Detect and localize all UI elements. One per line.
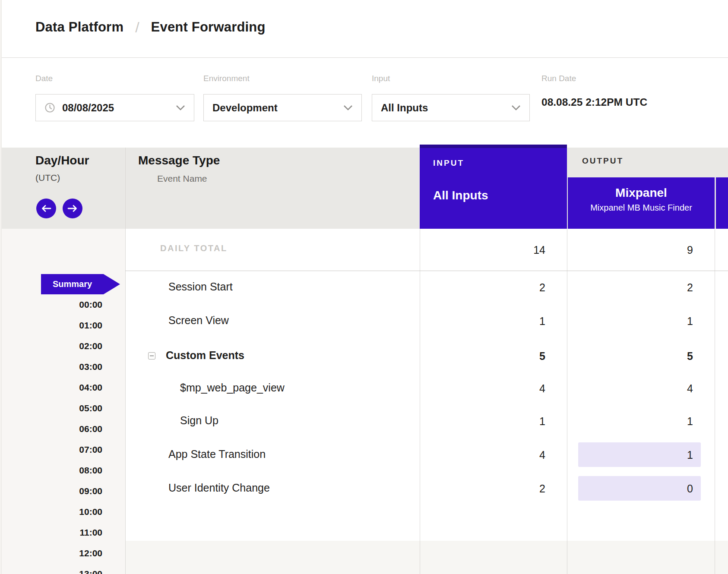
divider <box>125 148 126 574</box>
input-column-accent-strip <box>420 145 567 148</box>
day-hour-title: Day/Hour <box>35 154 89 167</box>
window-edge <box>0 0 2 574</box>
next-output-column-partial[interactable] <box>716 177 728 229</box>
clock-icon <box>44 102 55 113</box>
hour-cell-01[interactable]: 01:00 <box>0 320 102 331</box>
output-value-custom-events: 5 <box>687 350 693 363</box>
breadcrumb-separator: / <box>135 19 139 36</box>
hour-cell-12[interactable]: 12:00 <box>0 548 102 558</box>
daily-total-label: DAILY TOTAL <box>160 243 228 253</box>
page-title: Event Forwarding <box>151 19 266 35</box>
output-column-name: Mixpanel <box>568 186 715 200</box>
divider <box>420 229 420 574</box>
next-day-button[interactable] <box>63 199 82 218</box>
output-value-user-identity-change: 0 <box>687 483 693 495</box>
input-value-screen-view: 1 <box>539 315 545 328</box>
output-value-app-state-transition: 1 <box>687 449 693 461</box>
output-header-label: OUTPUT <box>582 156 624 166</box>
daily-total-input-value: 14 <box>533 244 545 256</box>
run-date-label: Run Date <box>541 74 576 83</box>
input-value: All Inputs <box>381 102 428 114</box>
message-type-title: Message Type <box>138 154 220 167</box>
hour-cell-10[interactable]: 10:00 <box>0 507 102 517</box>
hour-cell-11[interactable]: 11:00 <box>0 527 102 538</box>
environment-label: Environment <box>203 74 250 83</box>
event-name-subtitle: Event Name <box>157 173 207 184</box>
hour-cell-08[interactable]: 08:00 <box>0 465 102 476</box>
date-value: 08/08/2025 <box>62 102 114 114</box>
input-column-name: All Inputs <box>433 189 488 202</box>
input-label: Input <box>372 74 390 83</box>
input-value-custom-events: 5 <box>539 350 545 363</box>
hour-cell-02[interactable]: 02:00 <box>0 341 102 351</box>
output-value-session-start: 2 <box>687 281 693 294</box>
input-value-mp-web-page-view: 4 <box>539 382 545 395</box>
run-date-value: 08.08.25 2:12PM UTC <box>541 96 647 108</box>
input-header-label: INPUT <box>433 158 464 168</box>
hour-cell-07[interactable]: 07:00 <box>0 445 102 455</box>
hour-cell-04[interactable]: 04:00 <box>0 382 102 393</box>
input-dropdown[interactable]: All Inputs <box>372 94 530 121</box>
output-value-screen-view: 1 <box>687 315 693 328</box>
hour-cell-09[interactable]: 09:00 <box>0 486 102 496</box>
chevron-down-icon <box>511 105 521 110</box>
row-label-sign-up: Sign Up <box>180 414 218 427</box>
output-column-header-mixpanel[interactable]: Mixpanel Mixpanel MB Music Finder <box>568 177 715 229</box>
date-label: Date <box>35 74 53 83</box>
row-label-user-identity-change: User Identity Change <box>168 482 270 494</box>
grid-footer-area <box>125 541 728 574</box>
breadcrumb-section[interactable]: Data Platform <box>35 19 123 35</box>
row-label-screen-view: Screen View <box>168 314 229 327</box>
hour-cell-00[interactable]: 00:00 <box>0 300 102 310</box>
daily-total-output-value: 9 <box>687 244 693 256</box>
date-dropdown[interactable]: 08/08/2025 <box>35 94 194 121</box>
chevron-down-icon <box>343 105 353 110</box>
input-column-header[interactable]: INPUT All Inputs <box>420 145 567 229</box>
event-forwarding-page: Data Platform / Event Forwarding Date En… <box>0 0 728 574</box>
divider <box>567 229 567 574</box>
previous-day-button[interactable] <box>36 199 56 218</box>
collapse-minus-icon[interactable] <box>148 352 155 360</box>
environment-value: Development <box>212 102 278 114</box>
breadcrumb-bar: Data Platform / Event Forwarding <box>0 0 728 58</box>
hour-cell-03[interactable]: 03:00 <box>0 362 102 372</box>
input-value-user-identity-change: 2 <box>539 483 545 495</box>
output-value-sign-up: 1 <box>687 415 693 428</box>
row-label-session-start: Session Start <box>168 281 233 293</box>
output-column-subname: Mixpanel MB Music Finder <box>568 203 715 213</box>
breadcrumb: Data Platform / Event Forwarding <box>35 18 266 35</box>
filter-bar: Date Environment Input Run Date 08/08/20… <box>0 58 728 148</box>
divider <box>715 229 715 574</box>
row-label-custom-events: Custom Events <box>166 349 244 362</box>
day-hour-subtitle: (UTC) <box>35 173 60 183</box>
hour-cell-05[interactable]: 05:00 <box>0 403 102 413</box>
highlighted-cell-app-state-transition <box>578 442 701 467</box>
highlighted-cell-user-identity-change <box>578 476 701 501</box>
environment-dropdown[interactable]: Development <box>203 94 362 121</box>
chevron-down-icon <box>176 105 185 110</box>
hour-cell-13[interactable]: 13:00 <box>0 569 102 574</box>
row-label-mp-web-page-view: $mp_web_page_view <box>180 382 285 394</box>
hour-cell-06[interactable]: 06:00 <box>0 424 102 434</box>
row-label-app-state-transition: App State Transition <box>168 448 266 460</box>
input-value-app-state-transition: 4 <box>539 449 545 461</box>
input-value-sign-up: 1 <box>539 415 545 428</box>
input-value-session-start: 2 <box>539 281 545 294</box>
summary-tab[interactable]: Summary <box>41 274 120 294</box>
divider <box>125 271 728 271</box>
output-value-mp-web-page-view: 4 <box>687 382 693 395</box>
